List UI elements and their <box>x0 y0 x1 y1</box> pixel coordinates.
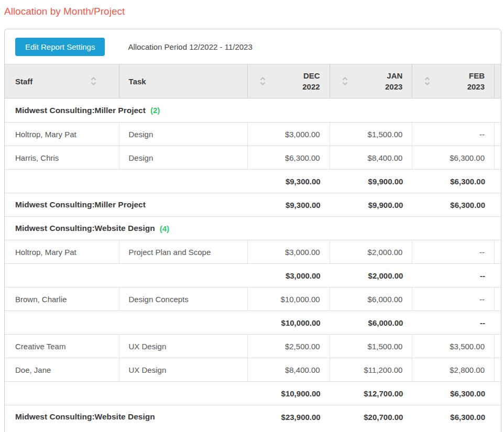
task-cell-empty <box>119 311 248 334</box>
partial-cell <box>495 264 501 287</box>
table-row: Doe, JaneUX Design$8,400.00$11,200.00$2,… <box>5 358 501 381</box>
subtotal-value-cell: $3,000.00 <box>248 264 330 287</box>
group-total-row: Midwest Consulting:Miller Project$9,300.… <box>5 193 501 216</box>
group-header-row: Midwest Consulting:Website Design(4) <box>5 216 501 240</box>
column-header-next-partial <box>495 64 501 98</box>
total-value-cell: $23,900.00 <box>248 405 330 428</box>
subtotal-value-cell: $9,300.00 <box>248 170 330 193</box>
partial-cell <box>495 358 501 381</box>
subtotal-row: $10,900.00$12,700.00$6,300.00 <box>5 381 501 405</box>
staff-header-label: Staff <box>15 77 32 86</box>
value-cell: $2,800.00 <box>412 358 495 381</box>
task-cell-empty <box>119 382 248 405</box>
partial-cell <box>495 382 501 405</box>
subtotal-row: $3,000.00$2,000.00-- <box>5 263 501 287</box>
edit-report-settings-button[interactable]: Edit Report Settings <box>15 38 105 56</box>
subtotal-row: $10,000.00$6,000.00-- <box>5 311 501 334</box>
partial-cell <box>495 240 501 263</box>
task-header-label: Task <box>129 77 146 86</box>
value-cell: -- <box>412 240 495 263</box>
group-total-label: Midwest Consulting:Miller Project <box>5 193 248 216</box>
value-cell: $6,000.00 <box>330 287 413 311</box>
staff-cell-empty <box>5 170 119 193</box>
group-total-row: Midwest Consulting:Website Design$23,900… <box>5 405 501 428</box>
task-cell: Design <box>119 123 248 146</box>
task-cell-empty <box>119 170 248 193</box>
value-cell: $1,500.00 <box>330 335 413 358</box>
task-cell: UX Design <box>119 335 248 358</box>
subtotal-value-cell: $6,300.00 <box>412 382 495 405</box>
task-cell: Design Concepts <box>119 287 248 311</box>
staff-cell-empty <box>5 311 119 334</box>
subtotal-value-cell: -- <box>412 311 495 334</box>
group-header-cell: Midwest Consulting:Website Design(4) <box>5 217 496 240</box>
task-cell: Design <box>119 146 248 169</box>
value-cell: $2,000.00 <box>330 240 413 263</box>
column-header-staff[interactable]: Staff <box>5 64 119 98</box>
sort-icon <box>424 75 431 87</box>
group-count-badge: (2) <box>150 106 160 115</box>
group-name-label: Midwest Consulting:Website Design <box>15 224 155 233</box>
table-row: Holtrop, Mary PatDesign$3,000.00$1,500.0… <box>5 122 501 146</box>
subtotal-value-cell: $10,900.00 <box>248 382 330 405</box>
month-header-label: FEB2023 <box>467 70 485 92</box>
value-cell: $11,200.00 <box>330 358 413 381</box>
column-header-jan-2023[interactable]: JAN2023 <box>330 64 413 98</box>
sort-icon <box>342 75 348 87</box>
partial-cell <box>495 287 501 311</box>
total-value-cell: $9,300.00 <box>248 193 330 216</box>
table-row: Harris, ChrisDesign$6,300.00$8,400.00$6,… <box>5 146 501 169</box>
total-value-cell: $6,300.00 <box>412 405 495 428</box>
group-name-label: Midwest Consulting:Miller Project <box>15 106 146 115</box>
value-cell: $3,000.00 <box>248 123 330 146</box>
table-row: Brown, CharlieDesign Concepts$10,000.00$… <box>5 287 501 311</box>
partial-cell <box>495 405 501 428</box>
table-header: Staff Task DEC2022 JAN2023 FEB2023 <box>5 64 501 98</box>
column-header-feb-2023[interactable]: FEB2023 <box>412 64 495 98</box>
group-total-label: Midwest Consulting:Website Design <box>5 405 248 428</box>
report-panel: Edit Report Settings Allocation Period 1… <box>4 29 501 432</box>
month-header-label: JAN2023 <box>385 70 402 92</box>
value-cell: $8,400.00 <box>248 358 330 381</box>
partial-cell <box>495 123 501 146</box>
subtotal-value-cell: $12,700.00 <box>330 382 413 405</box>
partial-cell <box>495 335 501 358</box>
total-value-cell: $20,700.00 <box>330 405 413 428</box>
group-count-badge: (4) <box>160 224 169 233</box>
staff-cell-empty <box>5 264 119 287</box>
partial-cell <box>495 311 501 334</box>
value-cell: -- <box>412 123 495 146</box>
staff-cell: Harris, Chris <box>5 146 119 169</box>
task-cell: UX Design <box>119 358 248 381</box>
subtotal-row: $9,300.00$9,900.00$6,300.00 <box>5 169 501 193</box>
group-header-row: Midwest Consulting:Miller Project(2) <box>5 98 501 122</box>
staff-cell: Creative Team <box>5 335 119 358</box>
staff-cell: Holtrop, Mary Pat <box>5 123 119 146</box>
table-body: Midwest Consulting:Miller Project(2)Holt… <box>5 98 501 428</box>
report-toolbar: Edit Report Settings Allocation Period 1… <box>5 29 501 64</box>
subtotal-value-cell: $9,900.00 <box>330 170 413 193</box>
value-cell: $10,000.00 <box>248 287 330 311</box>
group-header-cell: Midwest Consulting:Miller Project(2) <box>5 98 496 122</box>
subtotal-value-cell: $6,000.00 <box>330 311 413 334</box>
table-row: Holtrop, Mary PatProject Plan and Scope$… <box>5 240 501 263</box>
value-cell: $3,000.00 <box>248 240 330 263</box>
total-value-cell: $9,900.00 <box>330 193 413 216</box>
value-cell: $8,400.00 <box>330 146 413 169</box>
subtotal-value-cell: $6,300.00 <box>412 170 495 193</box>
partial-cell <box>495 170 501 193</box>
sort-icon <box>90 75 97 87</box>
subtotal-value-cell: $10,000.00 <box>248 311 330 334</box>
column-header-task[interactable]: Task <box>119 64 248 98</box>
month-header-label: DEC2022 <box>302 70 320 92</box>
column-header-dec-2022[interactable]: DEC2022 <box>248 64 330 98</box>
value-cell: $2,500.00 <box>248 335 330 358</box>
allocation-period-label: Allocation Period 12/2022 - 11/2023 <box>128 42 252 51</box>
value-cell: $3,500.00 <box>412 335 495 358</box>
staff-cell: Doe, Jane <box>5 358 119 381</box>
staff-cell-empty <box>5 382 119 405</box>
task-cell-empty <box>119 264 248 287</box>
subtotal-value-cell: $2,000.00 <box>330 264 413 287</box>
staff-cell: Holtrop, Mary Pat <box>5 240 119 263</box>
partial-cell <box>495 146 501 169</box>
